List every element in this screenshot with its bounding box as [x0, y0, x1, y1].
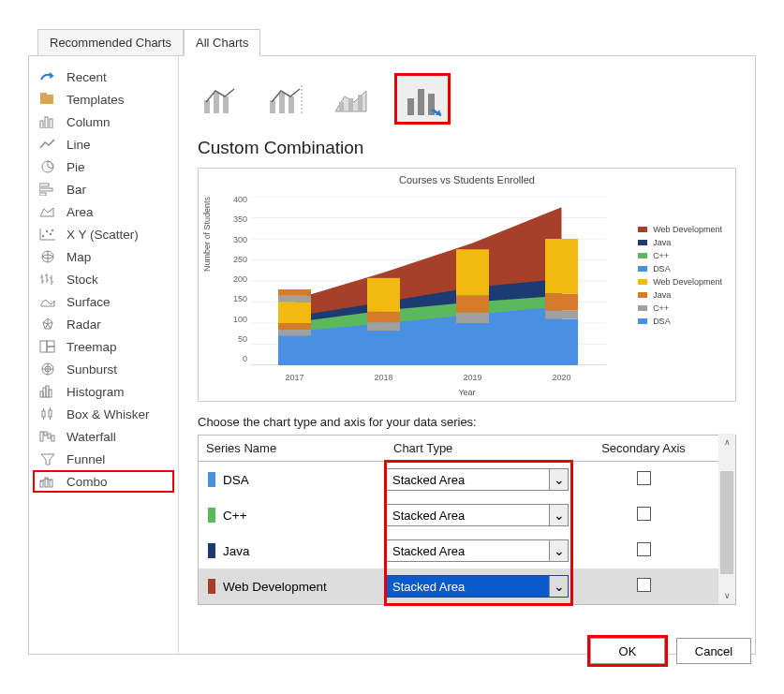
series-color-swatch	[208, 579, 215, 594]
surface-icon	[38, 294, 57, 309]
chart-type-dropdown-dsa[interactable]: Stacked Area⌄	[386, 468, 569, 491]
svg-rect-36	[279, 93, 285, 113]
bar-2019	[456, 249, 489, 365]
scroll-thumb[interactable]	[720, 471, 733, 574]
column-icon	[38, 114, 57, 129]
svg-rect-40	[348, 98, 353, 111]
svg-rect-28	[52, 436, 54, 441]
sidebar-item-combo[interactable]: Combo	[33, 470, 174, 493]
sidebar-item-column[interactable]: Column	[29, 111, 178, 133]
svg-rect-41	[358, 95, 362, 111]
y-axis-ticks: 400 350 300 250 200 150 100 50 0	[227, 195, 247, 363]
svg-rect-32	[204, 100, 210, 113]
variant-clustered-column-line[interactable]	[198, 81, 244, 118]
svg-rect-27	[48, 434, 51, 438]
svg-point-12	[52, 229, 53, 231]
series-color-swatch	[208, 543, 215, 558]
sidebar-item-label: Treemap	[67, 340, 117, 354]
series-instruction: Choose the chart type and axis for your …	[198, 415, 736, 429]
sunburst-icon	[38, 362, 57, 377]
chevron-down-icon: ⌄	[549, 505, 568, 525]
sidebar-item-surface[interactable]: Surface	[29, 290, 178, 313]
sidebar-item-label: Pie	[67, 160, 85, 174]
sidebar-item-scatter[interactable]: X Y (Scatter)	[29, 223, 178, 245]
series-color-swatch	[208, 508, 215, 523]
sidebar-item-map[interactable]: Map	[29, 245, 178, 268]
svg-rect-15	[47, 341, 54, 347]
svg-rect-1	[40, 93, 47, 96]
tab-recommended[interactable]: Recommended Charts	[37, 29, 184, 55]
variant-stacked-area-column[interactable]	[329, 81, 376, 118]
sidebar-item-templates[interactable]: Templates	[29, 88, 178, 111]
sidebar-item-histogram[interactable]: Histogram	[29, 380, 178, 403]
svg-rect-56	[278, 289, 311, 296]
series-scrollbar[interactable]: ∧ ∨	[718, 434, 735, 604]
svg-rect-26	[44, 432, 47, 436]
svg-rect-68	[456, 296, 489, 313]
svg-rect-25	[40, 432, 43, 441]
sidebar-item-label: X Y (Scatter)	[67, 228, 139, 242]
sidebar-item-label: Combo	[67, 475, 108, 489]
sidebar-item-radar[interactable]: Radar	[29, 313, 178, 335]
dialog-content: Recent Templates Column Line Pie Bar Are…	[28, 55, 756, 655]
sidebar-item-label: Area	[67, 205, 94, 219]
sidebar-item-label: Surface	[67, 295, 111, 309]
secondary-axis-checkbox-dsa[interactable]	[637, 471, 651, 485]
svg-rect-72	[545, 294, 578, 311]
svg-rect-64	[367, 312, 400, 322]
sidebar-item-stock[interactable]: Stock	[29, 268, 178, 290]
chart-preview: Courses vs Students Enrolled Number of S…	[198, 168, 736, 402]
templates-icon	[38, 92, 57, 107]
tab-all-charts[interactable]: All Charts	[184, 29, 260, 56]
chart-type-dropdown-cpp[interactable]: Stacked Area⌄	[386, 504, 569, 526]
sidebar-item-funnel[interactable]: Funnel	[29, 448, 178, 470]
variant-custom-combination[interactable]	[394, 73, 451, 125]
svg-rect-65	[367, 278, 400, 312]
combo-icon	[38, 474, 57, 489]
series-row-webdev: Web Development Stacked Area⌄	[199, 568, 735, 604]
svg-rect-6	[39, 184, 49, 186]
svg-rect-58	[278, 336, 311, 366]
svg-rect-0	[40, 95, 53, 104]
variant-clustered-column-line-secondary[interactable]	[263, 81, 310, 118]
dialog-footer: OK Cancel	[590, 638, 751, 664]
sidebar-item-treemap[interactable]: Treemap	[29, 335, 178, 358]
secondary-axis-checkbox-cpp[interactable]	[637, 507, 651, 521]
sidebar-item-label: Stock	[67, 273, 98, 287]
sidebar-item-area[interactable]: Area	[29, 200, 178, 223]
bar-2018	[367, 278, 400, 365]
sidebar-item-label: Column	[67, 115, 111, 129]
secondary-axis-checkbox-webdev[interactable]	[637, 578, 651, 592]
sidebar-item-sunburst[interactable]: Sunburst	[29, 358, 178, 380]
svg-rect-22	[49, 390, 52, 397]
y-axis-label: Number of Students	[202, 197, 212, 272]
chart-type-dropdown-webdev[interactable]: Stacked Area⌄	[386, 575, 569, 598]
sidebar-item-recent[interactable]: Recent	[29, 66, 178, 88]
legend-swatch	[638, 318, 647, 324]
cancel-button[interactable]: Cancel	[676, 638, 751, 664]
svg-rect-33	[214, 93, 219, 113]
svg-point-10	[46, 230, 48, 232]
bar-icon	[38, 182, 57, 197]
treemap-icon	[38, 339, 57, 354]
sidebar-item-pie[interactable]: Pie	[29, 155, 178, 178]
series-table: Series Name Chart Type Secondary Axis DS…	[198, 435, 736, 605]
legend-swatch	[638, 305, 647, 311]
sidebar-item-boxwhisker[interactable]: Box & Whisker	[29, 403, 178, 425]
sidebar-item-line[interactable]: Line	[29, 133, 178, 155]
chart-type-dropdown-java[interactable]: Stacked Area⌄	[386, 539, 569, 562]
scroll-down-icon[interactable]: ∨	[718, 587, 735, 604]
svg-rect-14	[40, 341, 47, 352]
sidebar-item-label: Box & Whisker	[67, 407, 150, 421]
sidebar-item-label: Line	[67, 138, 91, 152]
secondary-axis-checkbox-java[interactable]	[637, 542, 651, 556]
scroll-up-icon[interactable]: ∧	[718, 434, 735, 450]
header-series-name: Series Name	[199, 436, 386, 461]
sidebar-item-bar[interactable]: Bar	[29, 178, 178, 200]
sidebar-item-waterfall[interactable]: Waterfall	[29, 425, 178, 448]
svg-rect-71	[545, 311, 578, 319]
ok-button[interactable]: OK	[590, 638, 665, 664]
sidebar-item-label: Histogram	[67, 385, 125, 399]
funnel-icon	[38, 451, 57, 466]
svg-rect-24	[49, 410, 52, 417]
